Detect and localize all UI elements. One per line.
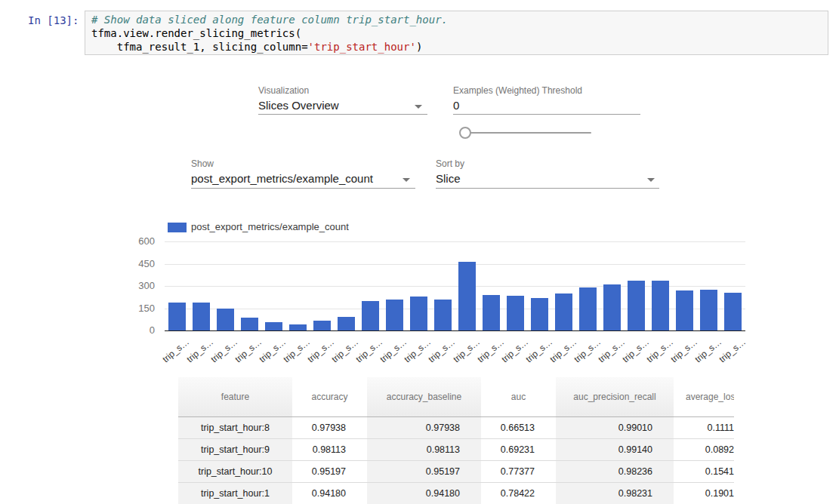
code-line-2: tfma.view.render_slicing_metrics(: [91, 27, 301, 39]
col-header-feature[interactable]: feature: [178, 377, 292, 416]
cell-average_loss: 0.1901: [674, 482, 734, 504]
table-header-row: featureaccuracyaccuracy_baselineaucauc_p…: [178, 377, 734, 416]
cell-accuracy_baseline: 0.98113: [367, 438, 481, 460]
chart-bar[interactable]: [265, 322, 282, 330]
cell-accuracy: 0.97938: [292, 416, 367, 438]
chart-bar[interactable]: [168, 303, 186, 330]
code-line-3: tfma_result_1, slicing_column=: [91, 41, 308, 53]
chart-bar[interactable]: [507, 296, 524, 330]
cell-auc: 0.77377: [481, 460, 556, 482]
cell-feature: trip_start_hour:1: [178, 482, 292, 504]
cell-auc_precision_recall: 0.99140: [556, 438, 674, 460]
chart-bar[interactable]: [410, 297, 427, 330]
cell-feature: trip_start_hour:9: [178, 438, 292, 460]
metrics-table: featureaccuracyaccuracy_baselineaucauc_p…: [178, 377, 734, 504]
threshold-label: Examples (Weighted) Threshold: [453, 85, 582, 96]
chart-bar[interactable]: [338, 317, 355, 330]
cell-auc: 0.66513: [481, 416, 556, 438]
chart-bar[interactable]: [628, 281, 645, 330]
cell-accuracy: 0.94180: [292, 482, 367, 504]
code-cell[interactable]: # Show data sliced along feature column …: [85, 11, 828, 55]
chevron-down-icon[interactable]: [415, 105, 422, 109]
col-header-average_loss[interactable]: average_loss: [674, 377, 734, 416]
chart-gridline: [165, 264, 745, 265]
cell-accuracy_baseline: 0.97938: [367, 416, 481, 438]
table-row: trip_start_hour:10.941800.941800.784220.…: [178, 482, 734, 504]
sort-by-label: Sort by: [436, 158, 464, 169]
chart-bar[interactable]: [555, 293, 572, 330]
sort-by-select[interactable]: Slice: [436, 172, 461, 185]
cell-auc: 0.78422: [481, 482, 556, 504]
chart-bar[interactable]: [579, 287, 597, 330]
visualization-underline: [258, 114, 427, 115]
cell-average_loss: 0.1111: [674, 416, 734, 438]
legend-label: post_export_metrics/example_count: [191, 221, 349, 232]
cell-auc_precision_recall: 0.98236: [556, 460, 674, 482]
string-literal: 'trip_start_hour': [308, 41, 416, 53]
threshold-underline: [453, 114, 640, 115]
chart-bar[interactable]: [313, 321, 331, 330]
code-comment: # Show data sliced along feature column …: [91, 14, 448, 26]
y-tick-label: 0: [121, 324, 155, 336]
visualization-select[interactable]: Slices Overview: [258, 99, 339, 112]
code-editor[interactable]: # Show data sliced along feature column …: [91, 13, 828, 54]
show-label: Show: [191, 158, 214, 169]
chart-bar[interactable]: [603, 284, 621, 330]
chart-gridline: [165, 241, 745, 242]
cell-accuracy_baseline: 0.94180: [367, 482, 481, 504]
chart-bar[interactable]: [483, 295, 500, 330]
notebook-page: In [13]: # Show data sliced along featur…: [0, 0, 839, 504]
legend-swatch: [168, 223, 187, 232]
table-row: trip_start_hour:100.951970.951970.773770…: [178, 460, 734, 482]
chart-bar[interactable]: [289, 324, 307, 330]
chart-bar[interactable]: [652, 281, 669, 330]
x-axis-line: [165, 330, 745, 331]
chart-bar[interactable]: [241, 318, 258, 330]
chart-bar[interactable]: [434, 300, 452, 330]
threshold-input[interactable]: 0: [453, 99, 459, 112]
chart-bar[interactable]: [386, 300, 403, 330]
code-line-3-close: ): [416, 41, 422, 53]
cell-auc_precision_recall: 0.99010: [556, 416, 674, 438]
chart-bar[interactable]: [676, 290, 693, 330]
cell-average_loss: 0.0892: [674, 438, 734, 460]
cell-auc_precision_recall: 0.98231: [556, 482, 674, 504]
chevron-down-icon[interactable]: [403, 178, 410, 182]
cell-accuracy_baseline: 0.95197: [367, 460, 481, 482]
chart-bar[interactable]: [362, 301, 379, 330]
cell-feature: trip_start_hour:10: [178, 460, 292, 482]
chevron-down-icon[interactable]: [647, 178, 655, 182]
chart-bar[interactable]: [531, 298, 548, 330]
table-row: trip_start_hour:90.981130.981130.692310.…: [178, 438, 734, 460]
cell-feature: trip_start_hour:8: [178, 416, 292, 438]
threshold-slider-handle[interactable]: [459, 127, 471, 139]
col-header-auc[interactable]: auc: [481, 377, 556, 416]
sort-underline: [436, 188, 659, 189]
table-row: trip_start_hour:80.979380.979380.665130.…: [178, 416, 734, 438]
chart-bar[interactable]: [193, 303, 210, 330]
col-header-accuracy_baseline[interactable]: accuracy_baseline: [367, 377, 481, 416]
cell-auc: 0.69231: [481, 438, 556, 460]
y-tick-label: 450: [121, 258, 155, 269]
col-header-auc_precision_recall[interactable]: auc_precision_recall: [556, 377, 674, 416]
y-tick-label: 600: [121, 235, 155, 247]
cell-accuracy: 0.98113: [292, 438, 367, 460]
show-select[interactable]: post_export_metrics/example_count: [191, 172, 373, 185]
chart-bar[interactable]: [217, 309, 234, 331]
y-tick-label: 300: [121, 280, 155, 291]
cell-average_loss: 0.1541: [674, 460, 734, 482]
col-header-accuracy[interactable]: accuracy: [292, 377, 367, 416]
cell-accuracy: 0.95197: [292, 460, 367, 482]
show-underline: [191, 188, 415, 189]
chart-bar[interactable]: [724, 293, 742, 330]
chart-bar[interactable]: [458, 262, 476, 330]
visualization-label: Visualization: [258, 85, 309, 96]
metrics-table-container: featureaccuracyaccuracy_baselineaucauc_p…: [178, 377, 734, 504]
y-tick-label: 150: [121, 303, 155, 314]
chart-bar[interactable]: [700, 290, 717, 330]
threshold-slider-track[interactable]: [466, 132, 591, 134]
cell-prompt: In [13]:: [28, 14, 79, 26]
